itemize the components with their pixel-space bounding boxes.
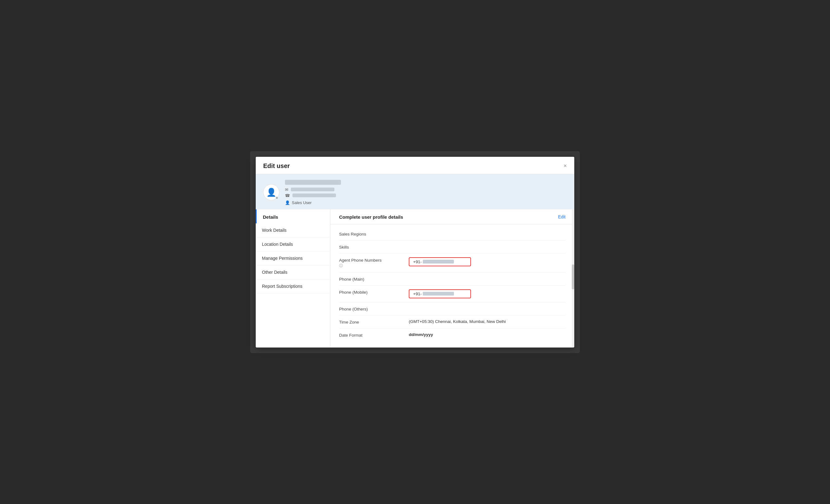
edit-user-modal: Edit user × 👤 ✉ ☎ 👤 Sa — [256, 157, 574, 348]
field-row-sales-regions: Sales Regions — [339, 227, 566, 241]
field-value-timezone: (GMT+05:30) Chennai, Kolkata, Mumbai, Ne… — [409, 319, 566, 324]
user-role-label: Sales User — [292, 200, 312, 205]
field-label-timezone: Time Zone — [339, 319, 401, 324]
field-row-timezone: Time Zone (GMT+05:30) Chennai, Kolkata, … — [339, 315, 566, 328]
agent-phone-info-icon: ⓘ — [339, 263, 401, 269]
edit-link[interactable]: Edit — [558, 214, 566, 219]
user-name-blurred — [285, 180, 341, 185]
sidebar-item-manage-permissions[interactable]: Manage Permissions — [256, 251, 330, 265]
field-row-agent-phone: Agent Phone Numbers ⓘ +91- — [339, 254, 566, 273]
mobile-phone-prefix: +91- — [413, 291, 421, 296]
avatar: 👤 — [263, 184, 279, 200]
modal-title: Edit user — [263, 162, 290, 169]
sidebar-item-location-details[interactable]: Location Details — [256, 238, 330, 251]
user-info: ✉ ☎ 👤 Sales User — [285, 180, 341, 205]
modal-overlay: Edit user × 👤 ✉ ☎ 👤 Sa — [250, 151, 580, 353]
field-label-skills: Skills — [339, 244, 401, 250]
field-label-agent-phone: Agent Phone Numbers ⓘ — [339, 257, 401, 269]
sidebar-item-report-subscriptions[interactable]: Report Subscriptions — [256, 279, 330, 293]
user-email-row: ✉ — [285, 187, 341, 192]
sidebar-header: Details — [256, 209, 330, 223]
content-scroll: Sales Regions Skills Agent Phone Numbers… — [330, 224, 574, 348]
agent-phone-box[interactable]: +91- — [409, 257, 471, 266]
sidebar: Details Work Details Location Details Ma… — [256, 209, 330, 348]
user-role: 👤 Sales User — [285, 200, 341, 205]
field-label-phone-others: Phone (Others) — [339, 306, 401, 311]
avatar-icon: 👤 — [266, 188, 276, 197]
field-row-date-format: Date Format dd/mm/yyyy — [339, 328, 566, 341]
scrollbar-thumb[interactable] — [572, 264, 574, 289]
mobile-phone-box[interactable]: +91- — [409, 289, 471, 298]
field-row-skills: Skills — [339, 241, 566, 254]
email-icon: ✉ — [285, 187, 288, 192]
close-button[interactable]: × — [564, 163, 567, 169]
field-label-phone-main: Phone (Main) — [339, 276, 401, 282]
user-email-blurred — [291, 188, 334, 191]
modal-body: Details Work Details Location Details Ma… — [256, 209, 574, 348]
content-header: Complete user profile details Edit — [330, 209, 574, 224]
user-profile-bar: 👤 ✉ ☎ 👤 Sales User — [256, 174, 574, 209]
field-row-phone-others: Phone (Others) — [339, 303, 566, 315]
field-value-phone-mobile: +91- — [409, 289, 566, 298]
content-title: Complete user profile details — [339, 214, 403, 220]
field-value-date-format: dd/mm/yyyy — [409, 332, 566, 337]
modal-header: Edit user × — [256, 157, 574, 174]
field-value-agent-phone: +91- — [409, 257, 566, 266]
agent-phone-blurred — [423, 260, 454, 263]
field-row-phone-mobile: Phone (Mobile) +91- — [339, 286, 566, 303]
field-row-phone-main: Phone (Main) — [339, 273, 566, 286]
avatar-status-dot — [275, 196, 279, 199]
field-label-sales-regions: Sales Regions — [339, 231, 401, 237]
content-area: Complete user profile details Edit Sales… — [330, 209, 574, 348]
user-phone-blurred — [292, 193, 336, 197]
phone-icon: ☎ — [285, 193, 290, 198]
user-phone-row: ☎ — [285, 193, 341, 198]
field-label-date-format: Date Format — [339, 332, 401, 338]
sidebar-item-other-details[interactable]: Other Details — [256, 265, 330, 279]
field-label-phone-mobile: Phone (Mobile) — [339, 289, 401, 295]
mobile-phone-blurred — [423, 292, 454, 295]
sidebar-item-work-details[interactable]: Work Details — [256, 223, 330, 238]
scrollbar-track[interactable] — [572, 209, 574, 348]
agent-phone-prefix: +91- — [413, 259, 421, 264]
role-icon: 👤 — [285, 200, 290, 205]
